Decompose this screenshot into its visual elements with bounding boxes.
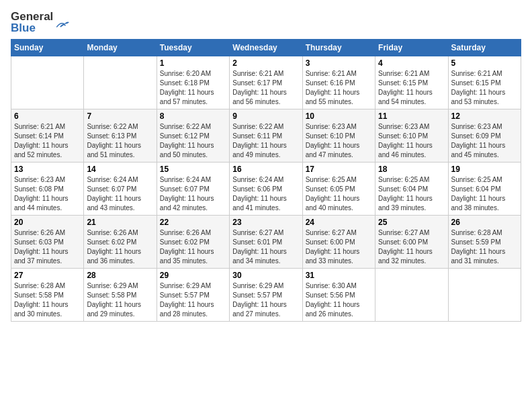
calendar-cell xyxy=(84,56,157,109)
cell-content: Sunrise: 6:30 AMSunset: 5:56 PMDaylight:… xyxy=(306,281,372,319)
day-number: 7 xyxy=(87,111,153,121)
calendar-cell: 21Sunrise: 6:26 AMSunset: 6:02 PMDayligh… xyxy=(84,216,157,269)
cell-content: Sunrise: 6:24 AMSunset: 6:07 PMDaylight:… xyxy=(160,175,226,213)
cell-content: Sunrise: 6:21 AMSunset: 6:14 PMDaylight:… xyxy=(14,122,81,160)
cell-content: Sunrise: 6:23 AMSunset: 6:09 PMDaylight:… xyxy=(451,122,518,160)
cell-content: Sunrise: 6:26 AMSunset: 6:02 PMDaylight:… xyxy=(87,228,153,266)
calendar-cell: 17Sunrise: 6:25 AMSunset: 6:05 PMDayligh… xyxy=(302,163,375,216)
logo: General Blue xyxy=(11,11,69,34)
weekday-header: Tuesday xyxy=(157,40,229,56)
cell-content: Sunrise: 6:22 AMSunset: 6:13 PMDaylight:… xyxy=(87,122,153,160)
cell-content: Sunrise: 6:21 AMSunset: 6:15 PMDaylight:… xyxy=(378,69,445,107)
calendar-cell: 6Sunrise: 6:21 AMSunset: 6:14 PMDaylight… xyxy=(11,109,84,163)
cell-content: Sunrise: 6:29 AMSunset: 5:57 PMDaylight:… xyxy=(232,281,299,319)
day-number: 2 xyxy=(232,58,299,68)
day-number: 5 xyxy=(451,58,518,68)
weekday-header: Saturday xyxy=(448,40,521,56)
calendar-cell: 20Sunrise: 6:26 AMSunset: 6:03 PMDayligh… xyxy=(11,216,84,269)
logo-bird-icon xyxy=(54,17,69,32)
day-number: 30 xyxy=(232,271,299,280)
calendar-cell xyxy=(375,269,448,322)
calendar-cell: 9Sunrise: 6:22 AMSunset: 6:11 PMDaylight… xyxy=(230,109,302,163)
calendar-cell: 12Sunrise: 6:23 AMSunset: 6:09 PMDayligh… xyxy=(448,109,521,163)
cell-content: Sunrise: 6:21 AMSunset: 6:15 PMDaylight:… xyxy=(451,69,518,107)
calendar-cell: 24Sunrise: 6:27 AMSunset: 6:00 PMDayligh… xyxy=(302,216,375,269)
cell-content: Sunrise: 6:27 AMSunset: 6:00 PMDaylight:… xyxy=(378,228,445,266)
cell-content: Sunrise: 6:23 AMSunset: 6:10 PMDaylight:… xyxy=(306,122,372,160)
day-number: 26 xyxy=(451,218,518,227)
calendar-cell: 7Sunrise: 6:22 AMSunset: 6:13 PMDaylight… xyxy=(84,109,157,163)
calendar-cell: 16Sunrise: 6:24 AMSunset: 6:06 PMDayligh… xyxy=(230,163,302,216)
weekday-header: Sunday xyxy=(11,40,84,56)
calendar-cell: 28Sunrise: 6:29 AMSunset: 5:58 PMDayligh… xyxy=(84,269,157,322)
cell-content: Sunrise: 6:22 AMSunset: 6:11 PMDaylight:… xyxy=(232,122,299,160)
calendar-cell: 10Sunrise: 6:23 AMSunset: 6:10 PMDayligh… xyxy=(302,109,375,163)
cell-content: Sunrise: 6:24 AMSunset: 6:06 PMDaylight:… xyxy=(232,175,299,213)
calendar-cell: 11Sunrise: 6:23 AMSunset: 6:10 PMDayligh… xyxy=(375,109,448,163)
day-number: 9 xyxy=(232,111,299,121)
cell-content: Sunrise: 6:27 AMSunset: 6:01 PMDaylight:… xyxy=(232,228,299,266)
cell-content: Sunrise: 6:25 AMSunset: 6:04 PMDaylight:… xyxy=(451,175,518,213)
day-number: 11 xyxy=(378,111,445,121)
day-number: 10 xyxy=(306,111,372,121)
day-number: 12 xyxy=(451,111,518,121)
calendar-week-row: 20Sunrise: 6:26 AMSunset: 6:03 PMDayligh… xyxy=(11,216,521,269)
cell-content: Sunrise: 6:29 AMSunset: 5:57 PMDaylight:… xyxy=(160,281,226,319)
calendar-cell: 31Sunrise: 6:30 AMSunset: 5:56 PMDayligh… xyxy=(302,269,375,322)
day-number: 14 xyxy=(87,165,153,174)
cell-content: Sunrise: 6:21 AMSunset: 6:17 PMDaylight:… xyxy=(232,69,299,107)
day-number: 13 xyxy=(14,165,81,174)
day-number: 25 xyxy=(378,218,445,227)
cell-content: Sunrise: 6:23 AMSunset: 6:08 PMDaylight:… xyxy=(14,175,81,213)
calendar-week-row: 27Sunrise: 6:28 AMSunset: 5:58 PMDayligh… xyxy=(11,269,521,322)
day-number: 28 xyxy=(87,271,153,280)
calendar-cell: 13Sunrise: 6:23 AMSunset: 6:08 PMDayligh… xyxy=(11,163,84,216)
calendar-week-row: 6Sunrise: 6:21 AMSunset: 6:14 PMDaylight… xyxy=(11,109,521,163)
cell-content: Sunrise: 6:20 AMSunset: 6:18 PMDaylight:… xyxy=(160,69,226,107)
calendar-cell: 3Sunrise: 6:21 AMSunset: 6:16 PMDaylight… xyxy=(302,56,375,109)
weekday-header: Monday xyxy=(84,40,157,56)
calendar-cell: 4Sunrise: 6:21 AMSunset: 6:15 PMDaylight… xyxy=(375,56,448,109)
page-header: General Blue xyxy=(11,11,521,34)
day-number: 23 xyxy=(232,218,299,227)
cell-content: Sunrise: 6:21 AMSunset: 6:16 PMDaylight:… xyxy=(306,69,372,107)
calendar-cell: 29Sunrise: 6:29 AMSunset: 5:57 PMDayligh… xyxy=(157,269,229,322)
day-number: 20 xyxy=(14,218,81,227)
cell-content: Sunrise: 6:26 AMSunset: 6:02 PMDaylight:… xyxy=(160,228,226,266)
calendar-cell: 8Sunrise: 6:22 AMSunset: 6:12 PMDaylight… xyxy=(157,109,229,163)
day-number: 17 xyxy=(306,165,372,174)
calendar-cell: 1Sunrise: 6:20 AMSunset: 6:18 PMDaylight… xyxy=(157,56,229,109)
day-number: 8 xyxy=(160,111,226,121)
day-number: 3 xyxy=(306,58,372,68)
calendar-cell: 30Sunrise: 6:29 AMSunset: 5:57 PMDayligh… xyxy=(230,269,302,322)
logo-container: General Blue xyxy=(11,11,69,34)
weekday-header: Wednesday xyxy=(230,40,302,56)
day-number: 16 xyxy=(232,165,299,174)
calendar-week-row: 13Sunrise: 6:23 AMSunset: 6:08 PMDayligh… xyxy=(11,163,521,216)
day-number: 27 xyxy=(14,271,81,280)
calendar-table: SundayMondayTuesdayWednesdayThursdayFrid… xyxy=(11,39,521,322)
day-number: 29 xyxy=(160,271,226,280)
calendar-header-row: SundayMondayTuesdayWednesdayThursdayFrid… xyxy=(11,40,521,56)
calendar-cell: 27Sunrise: 6:28 AMSunset: 5:58 PMDayligh… xyxy=(11,269,84,322)
cell-content: Sunrise: 6:22 AMSunset: 6:12 PMDaylight:… xyxy=(160,122,226,160)
cell-content: Sunrise: 6:27 AMSunset: 6:00 PMDaylight:… xyxy=(306,228,372,266)
cell-content: Sunrise: 6:28 AMSunset: 5:58 PMDaylight:… xyxy=(14,281,81,319)
cell-content: Sunrise: 6:25 AMSunset: 6:05 PMDaylight:… xyxy=(306,175,372,213)
cell-content: Sunrise: 6:26 AMSunset: 6:03 PMDaylight:… xyxy=(14,228,81,266)
calendar-cell: 26Sunrise: 6:28 AMSunset: 5:59 PMDayligh… xyxy=(448,216,521,269)
calendar-cell xyxy=(448,269,521,322)
weekday-header: Thursday xyxy=(302,40,375,56)
calendar-cell: 18Sunrise: 6:25 AMSunset: 6:04 PMDayligh… xyxy=(375,163,448,216)
day-number: 6 xyxy=(14,111,81,121)
cell-content: Sunrise: 6:29 AMSunset: 5:58 PMDaylight:… xyxy=(87,281,153,319)
calendar-cell: 22Sunrise: 6:26 AMSunset: 6:02 PMDayligh… xyxy=(157,216,229,269)
calendar-cell: 19Sunrise: 6:25 AMSunset: 6:04 PMDayligh… xyxy=(448,163,521,216)
day-number: 24 xyxy=(306,218,372,227)
cell-content: Sunrise: 6:24 AMSunset: 6:07 PMDaylight:… xyxy=(87,175,153,213)
calendar-cell: 14Sunrise: 6:24 AMSunset: 6:07 PMDayligh… xyxy=(84,163,157,216)
day-number: 18 xyxy=(378,165,445,174)
cell-content: Sunrise: 6:28 AMSunset: 5:59 PMDaylight:… xyxy=(451,228,518,266)
calendar-cell: 2Sunrise: 6:21 AMSunset: 6:17 PMDaylight… xyxy=(230,56,302,109)
calendar-cell: 5Sunrise: 6:21 AMSunset: 6:15 PMDaylight… xyxy=(448,56,521,109)
